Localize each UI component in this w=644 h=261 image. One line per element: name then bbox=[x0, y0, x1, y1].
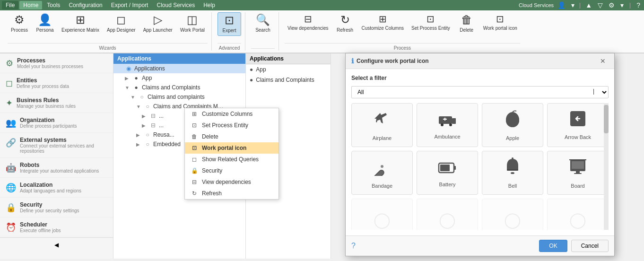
menu-tools[interactable]: Tools bbox=[43, 1, 64, 9]
cloud-services-label: Cloud Services bbox=[519, 2, 554, 8]
tree-icon-claims: ● bbox=[132, 84, 140, 91]
ctx-view-dependencies[interactable]: ⊟ View dependencies bbox=[185, 176, 278, 188]
sidebar-collapse-btn[interactable]: ◀ bbox=[0, 237, 113, 252]
arrow-down-icon[interactable]: ▾ bbox=[618, 0, 626, 10]
bandage-icon-cell[interactable]: Bandage bbox=[351, 151, 413, 195]
view-dependencies-btn[interactable]: ⊟ View dependencies bbox=[285, 12, 331, 33]
business-rules-text: Business Rules Manage your business rule… bbox=[17, 97, 76, 109]
bell-label: Bell bbox=[508, 183, 517, 189]
customize-columns-btn[interactable]: ⊞ Customize Columns bbox=[359, 12, 407, 33]
experience-matrix-btn[interactable]: ⊞ Experience Matrix bbox=[59, 12, 102, 35]
sidebar-item-robots[interactable]: 🤖 Robots Integrate your automated applic… bbox=[0, 158, 113, 178]
set-process-entity-label: Set Process Entity bbox=[411, 26, 450, 31]
refresh-btn[interactable]: ↻ Refresh bbox=[333, 12, 357, 35]
apps-item-claims[interactable]: ● Claims and Complaints bbox=[246, 75, 331, 85]
ctx-set-process-entity[interactable]: ⊡ Set Process Entity bbox=[185, 120, 278, 131]
app-designer-label: App Designer bbox=[107, 27, 136, 33]
user-icon[interactable]: 👤 bbox=[556, 0, 567, 10]
menu-cloud-services[interactable]: Cloud Services bbox=[153, 1, 199, 9]
work-portal-btn[interactable]: ◫ Work Portal bbox=[177, 12, 208, 35]
tree-label-claims: Claims and Complaints bbox=[142, 84, 200, 91]
dialog-info-icon: ℹ bbox=[351, 57, 354, 65]
dialog-scrollbar-thumb[interactable] bbox=[604, 105, 609, 133]
dialog-help-btn[interactable]: ? bbox=[351, 242, 356, 250]
sidebar-item-business-rules[interactable]: ✦ Business Rules Manage your business ru… bbox=[0, 93, 113, 113]
business-rules-title: Business Rules bbox=[17, 97, 76, 104]
ctx-view-dependencies-label: View dependencies bbox=[202, 179, 251, 185]
partial-icon-cell-1[interactable]: ◯ bbox=[351, 199, 413, 230]
sidebar-item-scheduler[interactable]: ⏰ Scheduler Execute offline jobs bbox=[0, 218, 113, 237]
apps-item-app[interactable]: ● App bbox=[246, 64, 331, 75]
battery-icon-cell[interactable]: Battery bbox=[417, 151, 478, 195]
app-designer-btn[interactable]: ◻ App Designer bbox=[104, 12, 139, 35]
ribbon-search-buttons: 🔍 Search bbox=[251, 12, 275, 47]
minimize-icon[interactable]: ▲ bbox=[583, 0, 594, 10]
work-portal-icon-btn[interactable]: ⊡ Work portal icon bbox=[480, 12, 520, 33]
delete-btn[interactable]: 🗑 Delete bbox=[455, 12, 479, 35]
tree-item-claims-complaints[interactable]: ▼ ○ Claims and complaints bbox=[113, 92, 245, 102]
ctx-work-portal-icon[interactable]: ⊡ Work portal icon bbox=[185, 142, 278, 154]
partial-icon-cell-2[interactable]: ◯ bbox=[417, 199, 478, 230]
bandage-label: Bandage bbox=[372, 183, 392, 189]
sidebar-item-processes[interactable]: ⚙ Processes Model your business processe… bbox=[0, 53, 113, 73]
ctx-delete-label: Delete bbox=[202, 133, 218, 140]
ribbon-group-wizards: ⚙ Process 👤 Persona ⊞ Experience Matrix … bbox=[4, 12, 212, 51]
search-btn[interactable]: 🔍 Search bbox=[251, 12, 275, 35]
expert-btn[interactable]: ⊡ Expert bbox=[218, 12, 241, 36]
dialog-close-btn[interactable]: ✕ bbox=[597, 56, 609, 66]
robots-title: Robots bbox=[20, 162, 99, 168]
robots-icon: 🤖 bbox=[6, 163, 16, 173]
sidebar-item-security[interactable]: 🔒 Security Define your security settings bbox=[0, 198, 113, 218]
sidebar-item-localization[interactable]: 🌐 Localization Adapt languages and regio… bbox=[0, 178, 113, 198]
bell-icon-cell[interactable]: Bell bbox=[482, 151, 543, 195]
ctx-security[interactable]: 🔒 Security bbox=[185, 165, 278, 176]
tree-item-app[interactable]: ▶ ● App bbox=[113, 73, 245, 83]
app-launcher-btn[interactable]: ▷ App Launcher bbox=[140, 12, 175, 35]
arrow-back-icon-cell[interactable]: Arrow Back bbox=[547, 103, 609, 147]
sidebar-item-entities[interactable]: ◻ Entities Define your process data bbox=[0, 73, 113, 93]
menu-configuration[interactable]: Configuration bbox=[65, 1, 106, 9]
settings-gear-icon[interactable]: ⚙ bbox=[607, 0, 617, 10]
ctx-delete[interactable]: 🗑 Delete bbox=[185, 131, 278, 142]
sidebar-item-external-systems[interactable]: 🔗 External systems Connect your external… bbox=[0, 133, 113, 158]
tree-item-applications[interactable]: ◉ Applications bbox=[113, 64, 245, 73]
dialog-ok-btn[interactable]: OK bbox=[539, 240, 567, 252]
robots-subtitle: Integrate your automated applications bbox=[20, 168, 99, 174]
dialog-scrollbar[interactable] bbox=[604, 103, 609, 230]
apple-icon-cell[interactable]: Apple bbox=[482, 103, 543, 147]
partial-icon-cell-4[interactable]: ◯ bbox=[547, 199, 609, 230]
menu-home[interactable]: Home bbox=[19, 1, 42, 9]
board-label: Board bbox=[571, 183, 584, 189]
set-process-entity-btn[interactable]: ⊡ Set Process Entity bbox=[409, 12, 453, 33]
menu-help[interactable]: Help bbox=[200, 1, 219, 9]
ambulance-icon-cell[interactable]: Ambulance bbox=[417, 103, 478, 147]
apple-icon bbox=[504, 109, 521, 132]
menu-export-import[interactable]: Export / Import bbox=[107, 1, 152, 9]
entities-subtitle: Define your process data bbox=[17, 84, 69, 89]
tree-icon-sub2: ⊟ bbox=[149, 122, 157, 129]
airplane-icon-cell[interactable]: Airplane bbox=[351, 103, 413, 147]
sidebar-item-organization[interactable]: 👥 Organization Define process participan… bbox=[0, 113, 113, 133]
board-icon-cell[interactable]: Board bbox=[547, 151, 609, 195]
security-icon: 🔒 bbox=[6, 202, 16, 213]
maximize-icon[interactable]: ▽ bbox=[596, 0, 605, 10]
help-icon[interactable]: ? bbox=[635, 0, 642, 10]
ctx-view-dependencies-icon: ⊟ bbox=[191, 179, 198, 185]
ctx-customize-columns[interactable]: ⊞ Customize Columns bbox=[185, 108, 278, 120]
entities-title: Entities bbox=[17, 77, 69, 84]
filter-select[interactable]: All Actions Business Communication Objec… bbox=[351, 86, 609, 98]
dialog-cancel-btn[interactable]: Cancel bbox=[571, 240, 609, 252]
dialog-title-text: Configure work portal icon bbox=[357, 58, 429, 64]
ctx-show-related-queries[interactable]: ◻ Show Related Queries bbox=[185, 154, 278, 165]
organization-icon: 👥 bbox=[6, 118, 16, 128]
chevron-down-icon[interactable]: ▾ bbox=[569, 0, 576, 10]
process-btn[interactable]: ⚙ Process bbox=[8, 12, 31, 35]
menu-file[interactable]: File bbox=[2, 1, 18, 9]
persona-btn[interactable]: 👤 Persona bbox=[33, 12, 57, 35]
dialog-action-buttons: OK Cancel bbox=[539, 240, 609, 252]
svg-rect-19 bbox=[576, 171, 580, 173]
processes-text: Processes Model your business processes bbox=[17, 57, 83, 69]
partial-icon-cell-3[interactable]: ◯ bbox=[482, 199, 543, 230]
ctx-refresh[interactable]: ↻ Refresh bbox=[185, 188, 278, 199]
tree-item-claims[interactable]: ▼ ● Claims and Complaints bbox=[113, 83, 245, 92]
